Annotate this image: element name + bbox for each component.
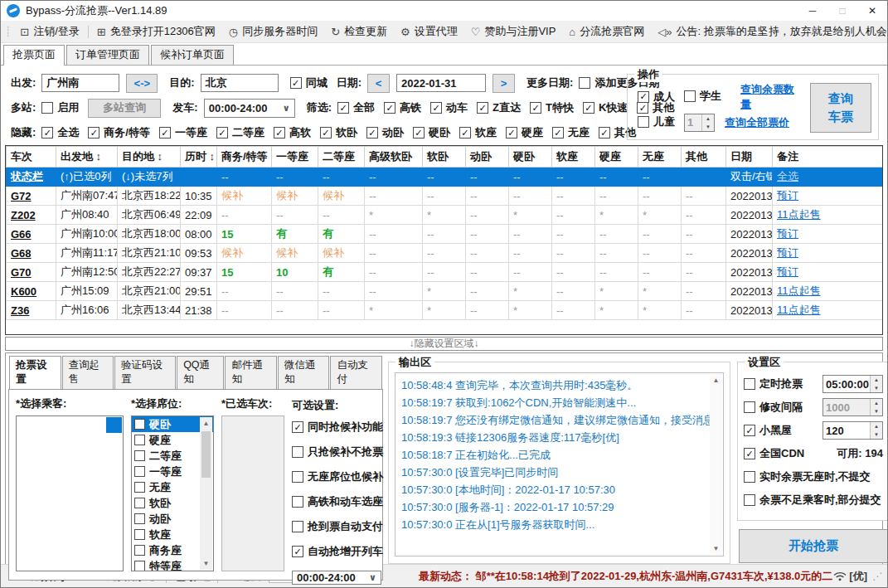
settings-tab-2[interactable]: 验证码设置 [114, 356, 176, 389]
settings-spinner-0[interactable]: 05:00:00▲▼ [822, 375, 883, 393]
option-checkbox-5[interactable]: ✓自动抢增开列车 [292, 544, 383, 559]
menu-item-speaker[interactable]: ◁»公告: 抢票靠的是坚持，放弃就是给别人机会! [651, 24, 888, 39]
maximize-button[interactable]: □ [827, 1, 857, 21]
query-remaining-link[interactable]: 查询余票数量 [740, 82, 802, 112]
main-tab-2[interactable]: 候补订单页面 [151, 45, 234, 65]
grab-time-range-select[interactable]: 00:00-24:00 ∨ [292, 571, 381, 585]
column-header-10[interactable]: 硬卧 [509, 147, 552, 168]
settings-checkbox-1[interactable]: 修改间隔 [744, 400, 803, 415]
unchecked-checkbox-icon[interactable] [134, 450, 145, 461]
table-row-G72[interactable]: G72广州南07:47北京西18:2210:35候补候补候补----------… [7, 187, 884, 206]
filter-checkbox-0[interactable]: ✓全部 [337, 100, 375, 115]
note-cell[interactable]: 预订 [773, 187, 884, 206]
scroll-down-icon[interactable]: ▼ [203, 557, 210, 570]
note-cell[interactable]: 预订 [773, 244, 884, 263]
column-header-0[interactable]: 车次 [7, 147, 56, 168]
hide-checkbox-0[interactable]: ✓全选 [41, 125, 79, 140]
train-cell[interactable]: K600 [7, 282, 56, 301]
settings-tab-6[interactable]: 自动支付 [330, 356, 382, 389]
column-header-12[interactable]: 硬座 [595, 147, 638, 168]
menu-item-monitor[interactable]: ⊡注销/登录 [13, 24, 86, 39]
option-checkbox-4[interactable]: 抢到票自动支付 [292, 519, 383, 534]
table-row-K600[interactable]: K600广州15:09北京西21:0029:51--------*--*--**… [7, 282, 884, 301]
table-row-G68[interactable]: G68广州南11:17北京西21:1009:53候补候补候补----------… [7, 244, 884, 263]
column-header-16[interactable]: 备注 [773, 147, 884, 168]
table-row-Z202[interactable]: Z202广州08:40北京西06:4922:09------**--*--**-… [7, 206, 884, 225]
train-cell[interactable]: G66 [7, 225, 56, 244]
column-header-3[interactable]: 历时 ↕ [181, 147, 217, 168]
note-cell[interactable]: 全选 [773, 168, 884, 187]
note-cell[interactable]: 11点起售 [773, 301, 884, 320]
hide-checkbox-2[interactable]: ✓一等座 [159, 125, 207, 140]
settings-tab-1[interactable]: 查询起售 [62, 356, 114, 389]
column-header-5[interactable]: 一等座 [272, 147, 318, 168]
note-cell[interactable]: 11点起售 [773, 282, 884, 301]
settings-checkbox-2[interactable]: ✓小黑屋 [744, 423, 792, 438]
train-cell[interactable]: Z36 [7, 301, 56, 320]
hide-checkbox-1[interactable]: ✓商务/特等 [88, 125, 150, 140]
option-checkbox-2[interactable]: 无座席位也候补 [292, 469, 383, 484]
hide-checkbox-5[interactable]: ✓软卧 [320, 125, 357, 140]
unchecked-checkbox-icon[interactable] [134, 419, 145, 430]
spin-down-icon[interactable]: ▼ [871, 407, 882, 415]
settings-tab-3[interactable]: QQ通知 [177, 356, 224, 389]
student-checkbox[interactable]: 学生 [684, 89, 721, 104]
close-button[interactable]: ✕ [857, 1, 887, 21]
spin-up-icon[interactable]: ▲ [871, 376, 882, 384]
filter-checkbox-5[interactable]: ✓K快速 [583, 100, 628, 115]
menu-item-home[interactable]: ⌂分流抢票官网 [562, 24, 651, 39]
table-row-G70[interactable]: G70广州南12:50北京西22:2709:371510有-----------… [7, 263, 884, 282]
column-header-7[interactable]: 高级软卧 [365, 147, 423, 168]
settings-spinner-1[interactable]: 1000▲▼ [822, 398, 883, 416]
settings-checkbox-0[interactable]: 定时抢票 [744, 377, 803, 391]
note-cell[interactable]: 预订 [773, 263, 884, 282]
table-row-Z36[interactable]: Z36广州16:06北京西13:4421:38------**--*--**--… [7, 301, 884, 320]
spin-down-icon[interactable]: ▼ [871, 384, 882, 392]
main-tab-1[interactable]: 订单管理页面 [66, 45, 149, 65]
passenger-listbox[interactable] [16, 415, 124, 571]
table-row-G66[interactable]: G66广州南10:00北京西18:0008:0015有有------------… [7, 225, 884, 244]
spin-up-icon[interactable]: ▲ [871, 422, 882, 430]
seat-scrollbar[interactable]: ▲ ▼ [200, 417, 212, 570]
column-header-13[interactable]: 无座 [638, 147, 682, 168]
option-checkbox-3[interactable]: 高铁和动车选座 [292, 494, 383, 509]
swap-stations-button[interactable]: <-> [126, 74, 158, 93]
settings-tab-4[interactable]: 邮件通知 [225, 356, 277, 389]
date-next-button[interactable]: > [493, 74, 515, 93]
menu-item-refresh[interactable]: ↻检查更新 [324, 24, 394, 39]
settings-tab-0[interactable]: 抢票设置 [9, 356, 61, 390]
depart-time-select[interactable]: 00:00-24:00 ∨ [204, 99, 295, 118]
minimize-button[interactable]: ─ [798, 1, 827, 21]
unchecked-checkbox-icon[interactable] [134, 513, 145, 524]
train-cell[interactable]: G68 [7, 244, 56, 263]
filter-checkbox-4[interactable]: ✓T特快 [530, 100, 574, 115]
hide-checkbox-8[interactable]: ✓软座 [459, 125, 497, 140]
log-scrollbar[interactable]: ▲ ▼ [710, 374, 722, 555]
spin-up-icon[interactable]: ▲ [871, 399, 882, 407]
column-header-14[interactable]: 其他 [682, 147, 726, 168]
menu-item-heart[interactable]: ♡赞助与注册VIP [464, 24, 563, 39]
table-row-状态栏[interactable]: 状态栏(↑)已选0列(↓)未选7列--------------------双击/… [7, 168, 884, 187]
train-cell[interactable]: G70 [7, 263, 56, 282]
same-city-checkbox[interactable]: ✓同城 [290, 75, 328, 90]
log-area[interactable]: 10:58:48:4 查询完毕，本次查询共用时:435毫秒。10:58:19:7… [395, 372, 724, 556]
child-count-spinner[interactable]: 1▲▼ [684, 114, 715, 132]
hide-checkbox-7[interactable]: ✓硬卧 [413, 125, 450, 140]
note-cell[interactable]: 预订 [773, 225, 884, 244]
column-header-2[interactable]: 目的地 ↕ [118, 147, 181, 168]
multi-query-button[interactable]: 多站查询 [88, 99, 161, 118]
settings-checkbox-5[interactable]: 余票不足乘客时,部分提交 [744, 493, 881, 508]
menu-item-clock[interactable]: ◷同步服务器时间 [222, 24, 324, 39]
adult-checkbox[interactable]: ✓成人 [638, 90, 675, 104]
unchecked-checkbox-icon[interactable] [134, 545, 145, 556]
column-header-8[interactable]: 软卧 [423, 147, 466, 168]
hide-checkbox-4[interactable]: ✓高软 [274, 125, 311, 140]
unchecked-checkbox-icon[interactable] [134, 498, 145, 508]
train-cell[interactable]: Z202 [7, 206, 56, 225]
hide-checkbox-3[interactable]: ✓二等座 [216, 125, 264, 140]
hide-checkbox-6[interactable]: ✓动卧 [366, 125, 404, 140]
depart-input[interactable]: 广州南 [41, 74, 119, 92]
filter-checkbox-2[interactable]: ✓动车 [430, 100, 468, 115]
column-header-11[interactable]: 软座 [552, 147, 595, 168]
spin-up-icon[interactable]: ▲ [702, 114, 714, 123]
